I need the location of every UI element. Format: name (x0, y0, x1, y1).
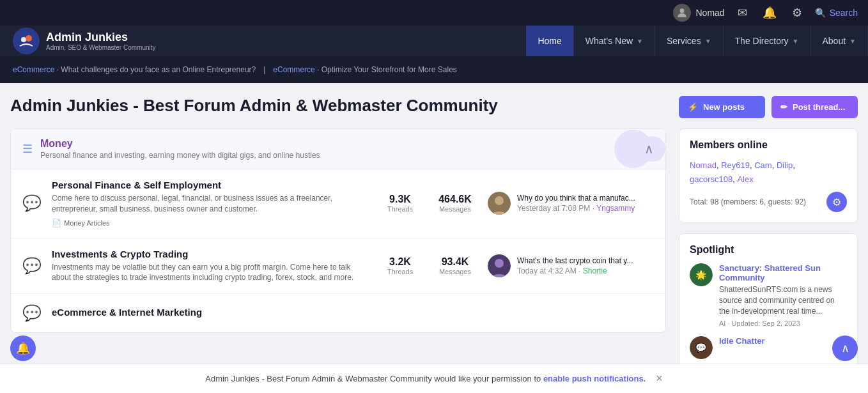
spotlight-info-1: Sanctuary: Shattered Sun Community Shatt… (719, 263, 847, 327)
latest-user-2: Shortie (583, 266, 607, 275)
nav-services[interactable]: Services ▼ (655, 26, 724, 56)
username-label: Nomad (696, 8, 725, 18)
forum-stats-threads-2: 3.2K Threads (378, 256, 422, 275)
spotlight-avatar-1: 🌟 (690, 263, 713, 286)
nav-home-label: Home (538, 36, 561, 46)
search-icon: 🔍 (815, 8, 826, 18)
spotlight-title: Spotlight (690, 244, 847, 256)
forum-row-ecommerce: 💬 eCommerce & Internet Marketing (11, 294, 665, 332)
page-title: Admin Junkies - Best Forum Admin & Webma… (10, 96, 666, 116)
forum-title-2[interactable]: Investments & Crypto Trading (52, 249, 368, 259)
category-header-left: ☰ Money Personal finance and investing, … (22, 138, 320, 160)
forum-title-1[interactable]: Personal Finance & Self Employment (52, 180, 368, 190)
search-button[interactable]: 🔍 Search (815, 8, 858, 18)
category-header-right: ∧ (644, 141, 654, 157)
svg-point-1 (15, 29, 38, 52)
forum-chat-icon-3: 💬 (22, 304, 42, 322)
svg-text:🌟: 🌟 (695, 270, 707, 281)
spotlight-title-1[interactable]: Sanctuary: Shattered Sun Community (719, 263, 847, 282)
search-label: Search (830, 8, 858, 18)
members-online-names: Nomad, Rey619, Cam, Dilip, gacorsc108, A… (690, 158, 847, 187)
forum-stats-messages-1: 464.6K Messages (433, 194, 477, 213)
chat-bubble-button[interactable]: 🔔 (10, 335, 36, 361)
threads-count-2: 3.2K (389, 256, 411, 268)
user-menu[interactable]: Nomad (673, 4, 725, 22)
threads-label-2: Threads (387, 268, 413, 275)
messages-count-2: 93.4K (442, 256, 469, 268)
avatar (673, 4, 691, 22)
member-nomad[interactable]: Nomad (690, 160, 717, 170)
content-area: Admin Junkies - Best Forum Admin & Webma… (10, 96, 666, 389)
svg-text:💬: 💬 (695, 343, 707, 353)
forum-chat-icon-1: 💬 (22, 194, 42, 212)
spotlight-card: Spotlight 🌟 Sanctuary: Shattered Sun Com… (679, 233, 858, 378)
category-header-money[interactable]: ☰ Money Personal finance and investing, … (11, 129, 665, 169)
svg-point-0 (679, 8, 684, 13)
push-bar-text: Admin Junkies - Best Forum Admin & Webma… (205, 374, 541, 383)
nav-bar: Admin Junkies Admin, SEO & Webmaster Com… (0, 26, 868, 56)
nav-about[interactable]: About ▼ (811, 26, 869, 56)
threads-label-1: Threads (387, 205, 413, 213)
services-arrow-icon: ▼ (705, 38, 711, 45)
category-money: ☰ Money Personal finance and investing, … (10, 128, 666, 333)
messages-count-1: 464.6K (438, 194, 472, 205)
nav-whats-new[interactable]: What's New ▼ (574, 26, 655, 56)
forum-chat-icon-2: 💬 (22, 257, 42, 275)
member-cam[interactable]: Cam (754, 160, 771, 170)
latest-title-2[interactable]: What's the last crypto coin that y... (517, 256, 633, 265)
bell-icon[interactable]: 🔔 (760, 3, 779, 22)
new-posts-button[interactable]: ⚡ New posts (679, 96, 765, 118)
spotlight-title-2[interactable]: Idle Chatter (719, 336, 765, 346)
forum-row-crypto: 💬 Investments & Crypto Trading Investmen… (11, 238, 665, 295)
nav-directory[interactable]: The Directory ▼ (724, 26, 811, 56)
spotlight-meta-1: AI · Updated: Sep 2, 2023 (719, 320, 847, 327)
category-name: Money (40, 138, 320, 150)
site-name: Admin Junkies (46, 31, 156, 44)
banner-separator: | (263, 65, 265, 74)
latest-user-1: Yngsammy (596, 204, 635, 213)
nav-home[interactable]: Home (526, 26, 573, 56)
new-posts-icon: ⚡ (688, 102, 698, 112)
doc-icon: 📄 (52, 219, 61, 227)
settings-gear-button[interactable]: ⚙ (826, 192, 847, 212)
category-list-icon: ☰ (22, 142, 33, 156)
latest-avatar-2 (488, 254, 511, 277)
post-thread-button[interactable]: ✏ Post thread... (771, 96, 858, 118)
svg-point-2 (21, 37, 26, 42)
member-dilip[interactable]: Dilip (777, 160, 793, 170)
forum-sub-links-1: 📄 Money Articles (52, 219, 368, 227)
member-rey619[interactable]: Rey619 (721, 160, 750, 170)
svg-point-5 (495, 196, 504, 205)
site-tagline: Admin, SEO & Webmaster Community (46, 44, 156, 51)
enable-push-link[interactable]: enable push notifications. (543, 374, 646, 383)
logo-area[interactable]: Admin Junkies Admin, SEO & Webmaster Com… (0, 27, 179, 54)
member-alex[interactable]: Alex (737, 174, 753, 184)
nav-about-label: About (823, 36, 846, 46)
spotlight-desc-1: ShatteredSunRTS.com is a news source and… (719, 284, 847, 316)
forum-info-3: eCommerce & Internet Marketing (52, 307, 654, 320)
forum-info-1: Personal Finance & Self Employment Come … (52, 180, 368, 227)
latest-meta-2: Today at 4:32 AM · Shortie (517, 266, 633, 275)
whats-new-arrow-icon: ▼ (637, 38, 643, 45)
svg-point-7 (495, 259, 504, 268)
nav-links: Home What's New ▼ Services ▼ The Directo… (526, 26, 868, 56)
forum-sub-link-articles[interactable]: 📄 Money Articles (52, 219, 110, 227)
spotlight-item-1: 🌟 Sanctuary: Shattered Sun Community Sha… (690, 263, 847, 327)
main-container: Admin Junkies - Best Forum Admin & Webma… (0, 83, 868, 393)
new-posts-label: New posts (703, 102, 745, 112)
push-bar-close-button[interactable]: × (656, 372, 663, 385)
mail-icon[interactable]: ✉ (735, 3, 750, 22)
latest-info-2: What's the last crypto coin that y... To… (517, 256, 633, 275)
member-gacorsc108[interactable]: gacorsc108 (690, 174, 732, 184)
latest-title-1[interactable]: Why do you think that a manufac... (517, 194, 635, 203)
messages-label-2: Messages (439, 268, 471, 275)
spotlight-item-2: 💬 Idle Chatter (690, 336, 847, 359)
threads-count-1: 9.3K (389, 194, 411, 205)
sidebar: ⚡ New posts ✏ Post thread... Members onl… (679, 96, 858, 389)
spotlight-avatar-2: 💬 (690, 336, 713, 359)
forum-title-3[interactable]: eCommerce & Internet Marketing (52, 307, 654, 318)
members-total: Total: 98 (members: 6, guests: 92) ⚙ (690, 192, 847, 212)
bars-icon[interactable]: ⚙ (789, 3, 805, 22)
scroll-to-top-button[interactable]: ∧ (832, 335, 858, 361)
category-title-block: Money Personal finance and investing, ea… (40, 138, 320, 160)
